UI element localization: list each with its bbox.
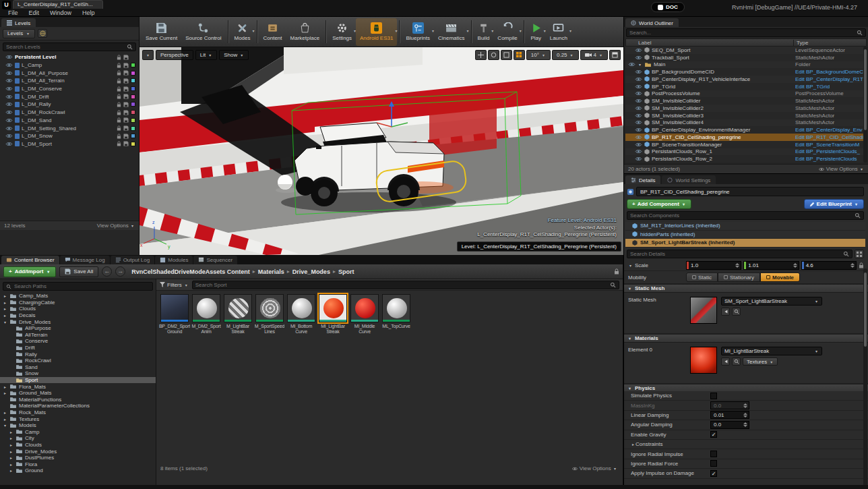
tab-message-log[interactable]: Message Log (60, 256, 110, 264)
lock-icon[interactable] (117, 63, 121, 68)
viewport-options-button[interactable]: ▾ (142, 50, 154, 60)
chevron-right-icon[interactable]: ▸ (3, 306, 7, 311)
scale-tool-icon[interactable] (501, 50, 512, 60)
save-icon[interactable] (123, 63, 129, 68)
visibility-eye-icon[interactable] (635, 135, 642, 140)
toolbar-marketplace-button[interactable]: Marketplace (286, 18, 324, 46)
column-type[interactable]: Type (793, 40, 866, 46)
chevron-right-icon[interactable]: ▸ (9, 455, 13, 460)
breadcrumb-item-rvncelshadeddrivemodeassets-content[interactable]: RvnCelShadedDriveModeAssets Content (131, 268, 250, 275)
menu-edit[interactable]: Edit (24, 9, 45, 17)
outliner-row-bp-r1t-cid-celshading-peregrine[interactable]: BP_R1T_CID_CelShading_peregrine Edit BP_… (625, 134, 867, 141)
chevron-right-icon[interactable]: ▸ (3, 391, 7, 395)
level-color-chip[interactable] (131, 102, 135, 107)
toolbar-android-es31-button[interactable]: ▾ Android ES31 (356, 18, 397, 46)
folder-materialfunctions[interactable]: MaterialFunctions (0, 397, 156, 403)
asset-m-dm2-sport-anim[interactable]: M_DM2_Sport Anim (191, 294, 221, 335)
asset-bp-dm2-sport-ground[interactable]: BP_DM2_Sport Ground (160, 294, 189, 335)
mobility-stationary[interactable]: Stationary (718, 272, 760, 282)
outliner-row-persistantclouds-row-1[interactable]: PersistantClouds_Row_1 Edit BP_Persisten… (625, 148, 867, 156)
toolbar-content-button[interactable]: Content (259, 18, 286, 46)
component-row-hiddenparts-inherited[interactable]: hiddenParts (Inherited) (625, 231, 865, 239)
level-row-l-dm-conserve[interactable]: L_DM_Conserve (0, 85, 139, 93)
save-icon[interactable] (123, 141, 129, 146)
save-icon[interactable] (123, 70, 129, 76)
outliner-row-persistantclouds-row-2[interactable]: PersistantClouds_Row_2 Edit BP_Persisten… (625, 155, 867, 163)
save-icon[interactable] (123, 78, 129, 84)
level-row-l-dm-rally[interactable]: L_DM_Rally (0, 100, 139, 109)
forward-button[interactable]: → (115, 266, 125, 277)
actor-name-box[interactable]: BP_R1T_CID_CelShading_peregrine (636, 187, 864, 196)
levels-view-options[interactable]: View Options ▾ (97, 223, 135, 229)
actor-type-link[interactable]: Edit BP_PersistentClouds_ (795, 148, 867, 154)
folder-rally[interactable]: Rally (0, 351, 156, 357)
chevron-right-icon[interactable]: ▸ (9, 468, 13, 473)
chevron-right-icon[interactable]: ▸ (9, 436, 13, 440)
edit-blueprint-button[interactable]: Edit Blueprint▾ (804, 199, 864, 209)
field-massinkg[interactable]: 0.0 (710, 401, 749, 409)
outliner-row-bp-centerdisplay-r1t-vehicleinterface[interactable]: BP_CenterDisplay_R1T_VehicleInterface Ed… (625, 76, 867, 83)
visibility-eye-icon[interactable] (5, 110, 13, 115)
folder-materialparametercollections[interactable]: MaterialParameterCollections (0, 403, 156, 409)
chevron-right-icon[interactable]: ▸ (3, 410, 7, 415)
save-icon[interactable] (123, 94, 129, 99)
back-button[interactable]: ← (102, 266, 112, 277)
visibility-eye-icon[interactable] (5, 78, 13, 83)
breadcrumb-item-materials[interactable]: Materials (258, 268, 284, 275)
folder-sport[interactable]: Sport (0, 377, 156, 384)
spinner-icon[interactable] (743, 403, 747, 408)
visibility-eye-icon[interactable] (5, 94, 13, 99)
spinner-icon[interactable] (850, 263, 855, 268)
toolbar-source-control-button[interactable]: Source Control (181, 18, 225, 46)
tab-modules[interactable]: Modules (155, 256, 193, 264)
scale-z-field[interactable]: 4.6 (801, 261, 857, 270)
save-all-button[interactable]: Save All (59, 266, 98, 277)
visibility-eye-icon[interactable] (635, 149, 642, 154)
levels-dropdown-button[interactable]: Levels▾ (3, 29, 35, 38)
toolbar-settings-button[interactable]: ▾ Settings (328, 18, 356, 46)
chevron-right-icon[interactable]: ▸ (3, 293, 7, 298)
folder-sand[interactable]: Sand (0, 364, 156, 371)
actor-type-link[interactable]: Edit BP_PersistentClouds (795, 156, 867, 162)
visibility-eye-icon[interactable] (635, 113, 642, 118)
outliner-row-sm-invisiblecollider3[interactable]: SM_InvisibleCollider3 StaticMeshActor (625, 112, 867, 119)
add-component-button[interactable]: +Add Component▾ (627, 199, 691, 209)
folder-ground[interactable]: ▸ Ground (0, 467, 156, 474)
folder-decals[interactable]: ▸ Decals (0, 312, 156, 319)
folder-allterrain[interactable]: AllTerrain (0, 332, 156, 339)
save-icon[interactable] (123, 110, 129, 115)
level-row-persistent-level[interactable]: Persistent Level (0, 53, 139, 61)
outliner-row-main[interactable]: ▾ Main Folder (625, 61, 867, 69)
visibility-eye-icon[interactable] (635, 142, 642, 147)
search-components-input[interactable]: Search Components (627, 211, 864, 220)
asset-thumbnail[interactable] (350, 294, 379, 322)
visibility-eye-icon[interactable] (635, 120, 642, 125)
visibility-eye-icon[interactable] (628, 62, 636, 67)
tab-sequencer[interactable]: Sequencer (193, 256, 237, 264)
levels-details-button[interactable] (38, 29, 47, 38)
actor-type-link[interactable]: Edit BP_CenterDisplay_R1T (795, 76, 867, 82)
lock-icon[interactable] (117, 102, 121, 107)
lock-icon[interactable] (117, 110, 121, 115)
scale-lock-icon[interactable] (859, 262, 864, 268)
doc-button[interactable]: DOC (651, 2, 685, 12)
level-color-chip[interactable] (131, 126, 135, 131)
lock-icon[interactable] (117, 86, 121, 92)
menu-window[interactable]: Window (44, 9, 77, 17)
outliner-search-input[interactable]: Search... (626, 28, 866, 37)
lit-button[interactable]: Lit▾ (195, 50, 217, 60)
folder-rockcrawl[interactable]: RockCrawl (0, 357, 156, 364)
show-button[interactable]: Show▾ (219, 50, 249, 60)
chevron-down-icon[interactable]: ▾ (3, 320, 7, 324)
actor-type-link[interactable]: Edit BP_CenterDisplay_Env (795, 127, 867, 133)
scale-y-field[interactable]: 1.01 (743, 261, 799, 270)
search-details-input[interactable]: Search Details (627, 250, 852, 258)
mobility-movable[interactable]: Movable (760, 272, 800, 282)
outliner-row-seq-dm-sport[interactable]: SEQ_DM_Sport LevelSequenceActor (625, 47, 867, 54)
visibility-eye-icon[interactable] (635, 77, 642, 82)
level-tab[interactable]: L_CenterDisplay_R1T_CelSh... (13, 0, 103, 9)
folder-clouds[interactable]: ▸ Clouds (0, 442, 156, 449)
outliner-column-headers[interactable]: Label Type (625, 38, 867, 47)
folder-camp[interactable]: ▸ Camp (0, 428, 156, 435)
level-row-l-camp[interactable]: L_Camp (0, 61, 139, 69)
